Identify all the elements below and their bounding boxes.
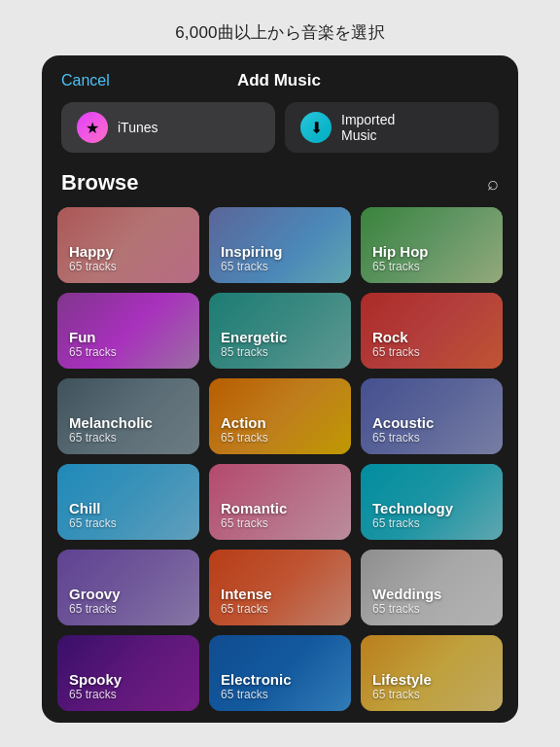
genre-name-spooky: Spooky	[69, 671, 122, 688]
genre-card-fun[interactable]: Fun65 tracks	[57, 293, 199, 369]
genre-tracks-intense: 65 tracks	[221, 602, 268, 616]
genre-name-chill: Chill	[69, 500, 101, 516]
browse-header: Browse ⌕	[57, 166, 503, 207]
modal-header: Cancel Add Music	[42, 55, 518, 102]
genre-card-intense[interactable]: Intense65 tracks	[209, 550, 351, 625]
genre-tracks-fun: 65 tracks	[69, 345, 117, 359]
genre-tracks-energetic: 85 tracks	[221, 345, 268, 359]
itunes-tab[interactable]: ★ iTunes	[61, 102, 275, 153]
browse-title: Browse	[61, 170, 138, 196]
imported-label: ImportedMusic	[341, 112, 395, 143]
genre-card-inspiring[interactable]: Inspiring65 tracks	[209, 207, 351, 283]
genre-name-action: Action	[221, 414, 266, 431]
genre-tracks-groovy: 65 tracks	[69, 602, 117, 616]
genre-grid: Happy65 tracksInspiring65 tracksHip Hop6…	[57, 207, 503, 711]
genre-tracks-hiphop: 65 tracks	[372, 260, 420, 273]
genre-card-acoustic[interactable]: Acoustic65 tracks	[361, 378, 503, 454]
source-tabs: ★ iTunes ⬇ ImportedMusic	[42, 102, 518, 166]
browse-section: Browse ⌕ Happy65 tracksInspiring65 track…	[42, 166, 518, 711]
genre-tracks-romantic: 65 tracks	[221, 516, 268, 530]
genre-name-happy: Happy	[69, 243, 114, 260]
genre-card-melancholic[interactable]: Melancholic65 tracks	[57, 378, 199, 454]
genre-card-chill[interactable]: Chill65 tracks	[57, 464, 199, 540]
genre-card-rock[interactable]: Rock65 tracks	[361, 293, 503, 369]
genre-card-hiphop[interactable]: Hip Hop65 tracks	[361, 207, 503, 283]
genre-card-spooky[interactable]: Spooky65 tracks	[57, 635, 199, 711]
genre-name-electronic: Electronic	[221, 671, 292, 688]
genre-name-melancholic: Melancholic	[69, 414, 153, 431]
genre-tracks-weddings: 65 tracks	[372, 602, 420, 616]
genre-tracks-happy: 65 tracks	[69, 260, 117, 273]
genre-card-lifestyle[interactable]: Lifestyle65 tracks	[361, 635, 503, 711]
genre-card-happy[interactable]: Happy65 tracks	[57, 207, 199, 283]
genre-tracks-rock: 65 tracks	[372, 345, 420, 359]
modal-title: Add Music	[237, 71, 321, 90]
modal: Cancel Add Music ★ iTunes ⬇ ImportedMusi…	[42, 55, 518, 723]
cancel-button[interactable]: Cancel	[61, 72, 110, 89]
genre-card-groovy[interactable]: Groovy65 tracks	[57, 550, 199, 625]
genre-name-rock: Rock	[372, 329, 408, 345]
genre-card-energetic[interactable]: Energetic85 tracks	[209, 293, 351, 369]
genre-tracks-lifestyle: 65 tracks	[372, 688, 420, 701]
imported-icon: ⬇	[300, 112, 332, 143]
genre-tracks-melancholic: 65 tracks	[69, 431, 117, 445]
genre-card-electronic[interactable]: Electronic65 tracks	[209, 635, 351, 711]
genre-tracks-technology: 65 tracks	[372, 516, 420, 530]
genre-card-romantic[interactable]: Romantic65 tracks	[209, 464, 351, 540]
genre-name-technology: Technology	[372, 500, 453, 516]
genre-card-weddings[interactable]: Weddings65 tracks	[361, 550, 503, 625]
genre-tracks-electronic: 65 tracks	[221, 688, 268, 701]
itunes-label: iTunes	[118, 120, 158, 135]
genre-tracks-inspiring: 65 tracks	[221, 260, 268, 273]
genre-name-fun: Fun	[69, 329, 96, 345]
genre-name-intense: Intense	[221, 586, 272, 602]
genre-name-inspiring: Inspiring	[221, 243, 282, 260]
genre-tracks-action: 65 tracks	[221, 431, 268, 445]
imported-music-tab[interactable]: ⬇ ImportedMusic	[285, 102, 499, 153]
genre-tracks-chill: 65 tracks	[69, 516, 117, 530]
page-title: 6,000曲以上から音楽を選択	[175, 21, 385, 44]
genre-name-lifestyle: Lifestyle	[372, 671, 432, 688]
genre-card-action[interactable]: Action65 tracks	[209, 378, 351, 454]
genre-name-weddings: Weddings	[372, 586, 441, 602]
genre-name-romantic: Romantic	[221, 500, 287, 516]
genre-name-hiphop: Hip Hop	[372, 243, 429, 260]
search-icon[interactable]: ⌕	[487, 172, 499, 195]
genre-tracks-acoustic: 65 tracks	[372, 431, 420, 445]
genre-name-acoustic: Acoustic	[372, 414, 434, 431]
genre-name-energetic: Energetic	[221, 329, 287, 345]
genre-tracks-spooky: 65 tracks	[69, 688, 117, 701]
genre-card-technology[interactable]: Technology65 tracks	[361, 464, 503, 540]
genre-name-groovy: Groovy	[69, 586, 121, 602]
itunes-icon: ★	[77, 112, 108, 143]
